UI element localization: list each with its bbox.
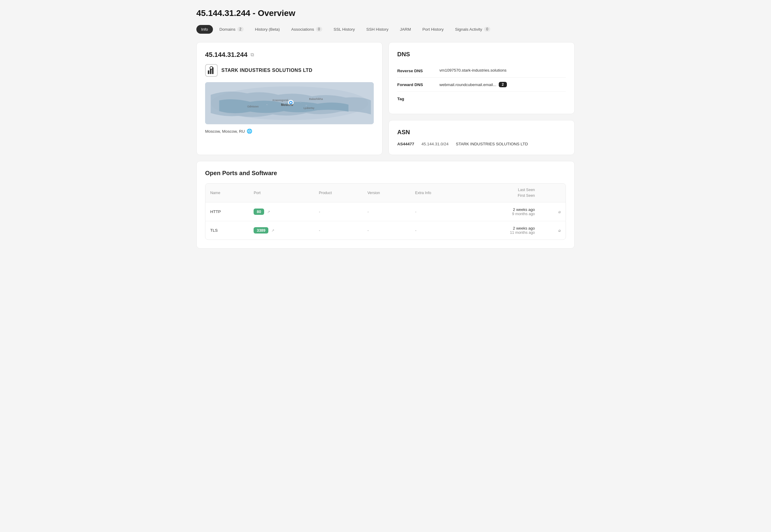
asn-cidr: 45.144.31.0/24 [421,142,448,146]
port-badge[interactable]: 80 [254,209,264,215]
reverse-dns-label: Reverse DNS [397,68,433,73]
svg-rect-0 [208,70,209,74]
copy-icon[interactable]: ⧉ [251,52,254,57]
col-seen: Last Seen First Seen [466,184,540,202]
cell-port: 3389 ↗ [249,221,314,240]
ip-address: 45.144.31.244 [205,51,248,59]
first-seen-value: 11 months ago [470,230,535,235]
last-seen-value: 2 weeks ago [470,207,535,212]
port-badge[interactable]: 3389 [254,227,268,234]
asn-card: ASN AS44477 45.144.31.0/24 STARK INDUSTR… [389,120,574,155]
asn-row: AS44477 45.144.31.0/24 STARK INDUSTRIES … [397,142,566,146]
tab-ssh-history[interactable]: SSH History [361,25,393,34]
globe-icon: 🌐 [247,128,252,134]
cell-product: - [314,202,363,221]
tab-ssl-history[interactable]: SSL History [329,25,360,34]
map-container: Krasnogorsk Moscow Balashikha Odintsovo … [205,82,374,124]
ports-table-header: Name Port Product Version Extra Info Las… [206,184,565,202]
cell-extra-info: - [410,221,466,240]
svg-text:Odintsovo: Odintsovo [247,105,259,108]
ip-info-card: 45.144.31.244 ⧉ STARK INDUSTRIES SOLUTIO… [197,42,382,155]
location-text: Moscow, Moscow, RU 🌐 [205,128,374,134]
tab-port-history[interactable]: Port History [418,25,449,34]
ports-section: Open Ports and Software Name Port Produc… [197,161,574,249]
col-version: Version [363,184,410,202]
search-icon[interactable]: ⌕ [558,209,561,214]
reverse-dns-value: vm1097570.stark-industries.solutions [439,68,506,73]
svg-text:Krasnogorsk: Krasnogorsk [273,99,289,102]
tag-label: Tag [397,96,433,101]
search-icon-cell[interactable]: ⌕ [540,202,565,221]
ports-table-wrapper: Name Port Product Version Extra Info Las… [205,183,566,240]
cell-name: TLS [206,221,249,240]
dns-card: DNS Reverse DNS vm1097570.stark-industri… [389,42,574,114]
external-link-icon[interactable]: ↗ [271,228,274,233]
cell-version: - [363,202,410,221]
ports-title: Open Ports and Software [205,170,566,177]
first-seen-value: 9 months ago [470,212,535,216]
ports-table-body: HTTP 80 ↗ - - - 2 weeks ago 9 months ago… [206,202,565,240]
tab-history[interactable]: History (Beta) [250,25,285,34]
tab-jarm[interactable]: JARM [395,25,416,34]
cell-seen: 2 weeks ago 9 months ago [466,202,540,221]
cell-product: - [314,221,363,240]
svg-point-9 [306,105,307,106]
tab-signals-activity[interactable]: Signals Activity 0 [450,25,495,34]
forward-dns-value: webmail.roundcubemail.email... 2 [439,82,507,87]
svg-point-8 [266,104,268,105]
search-icon-cell[interactable]: ⌕ [540,221,565,240]
col-product: Product [314,184,363,202]
col-name: Name [206,184,249,202]
cell-seen: 2 weeks ago 11 months ago [466,221,540,240]
tab-associations[interactable]: Associations 0 [287,25,327,34]
tab-domains[interactable]: Domains 2 [215,25,249,34]
forward-dns-row: Forward DNS webmail.roundcubemail.email.… [397,78,566,92]
asn-number: AS44477 [397,142,414,146]
company-name: STARK INDUSTRIES SOLUTIONS LTD [222,68,312,73]
cell-extra-info: - [410,202,466,221]
forward-dns-label: Forward DNS [397,82,433,87]
col-extra-info: Extra Info [410,184,466,202]
company-logo [205,64,218,77]
forward-dns-badge[interactable]: 2 [499,82,507,87]
last-seen-value: 2 weeks ago [470,226,535,230]
svg-point-7 [300,101,302,103]
tab-bar: Info Domains 2 History (Beta) Associatio… [197,25,574,34]
col-actions [540,184,565,202]
reverse-dns-row: Reverse DNS vm1097570.stark-industries.s… [397,64,566,78]
cell-port: 80 ↗ [249,202,314,221]
col-port: Port [249,184,314,202]
asn-name: STARK INDUSTRIES SOLUTIONS LTD [456,142,528,146]
tag-row: Tag [397,92,566,105]
cell-name: HTTP [206,202,249,221]
dns-title: DNS [397,51,566,58]
svg-text:Lyubertsy: Lyubertsy [304,107,315,110]
svg-text:Balashikha: Balashikha [309,97,323,101]
svg-text:Moscow: Moscow [281,103,293,107]
tab-info[interactable]: Info [197,25,213,34]
ports-table: Name Port Product Version Extra Info Las… [206,184,565,240]
page-title: 45.144.31.244 - Overview [197,8,574,18]
asn-title: ASN [397,129,566,136]
table-row: HTTP 80 ↗ - - - 2 weeks ago 9 months ago… [206,202,565,221]
cell-version: - [363,221,410,240]
table-row: TLS 3389 ↗ - - - 2 weeks ago 11 months a… [206,221,565,240]
external-link-icon[interactable]: ↗ [267,210,270,214]
search-icon[interactable]: ⌕ [558,228,561,233]
